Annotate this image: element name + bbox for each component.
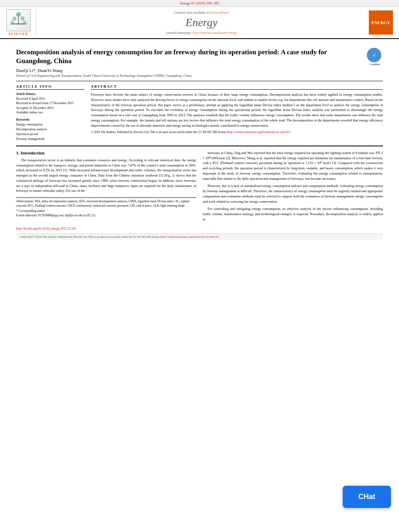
abbreviations-footnote: Abbreviations: IDA, index decomposition … (16, 199, 196, 208)
header-divider (16, 81, 383, 81)
energy-logo-box: ENERGY (369, 10, 393, 35)
copyright-text: © 2016 The Authors. Published by Elsevie… (91, 130, 383, 135)
article-title: Decomposition analysis of energy consump… (16, 48, 363, 66)
abstract-text: Freeways have become the main subject of… (91, 92, 383, 135)
elsevier-wordmark: ELSEVIER (8, 32, 28, 36)
homepage-link[interactable]: www.elsevier.com/locate/energy (192, 31, 237, 35)
journal-header: ELSEVIER Contents lists available at Sci… (0, 7, 399, 39)
footer-license-link[interactable]: http://creativecommons.org/licenses/by-n… (161, 235, 218, 238)
energy-journal-logo: ENERGY (367, 9, 395, 36)
keyword-2: Decomposition analysis (16, 127, 84, 132)
article-container: Decomposition analysis of energy consump… (0, 39, 399, 244)
received-revised: Received in revised form 27 December 201… (16, 101, 84, 105)
volume-text: Energy 97 (2016) 296–305 (180, 1, 219, 5)
footnote-section: Abbreviations: IDA, index decomposition … (16, 197, 196, 218)
footer-bar: 0360-5442/© 2016 The Authors. Published … (16, 234, 383, 240)
svg-point-4 (21, 16, 25, 21)
doi-link[interactable]: http://dx.doi.org/10.1016/j.energy.2015.… (16, 227, 383, 230)
body-left-col: 1. Introduction The transportation secto… (16, 150, 196, 224)
svg-point-5 (11, 21, 14, 24)
crossmark-logo[interactable]: ✓ CrossMark (367, 48, 383, 66)
science-direct-link[interactable]: ScienceDirect (210, 10, 229, 14)
svg-text:✓: ✓ (372, 53, 376, 58)
article-info-panel: ARTICLE INFO Article history: Received 6… (16, 84, 84, 142)
email-footnote: E-mail addresses: 917829086@qq.com, dqli… (16, 214, 196, 218)
available-online: Available online xxx (16, 110, 84, 115)
keyword-4: Freeway management (16, 137, 84, 142)
svg-point-6 (23, 21, 26, 24)
energy-logo-text: ENERGY (371, 20, 390, 25)
intro-heading: 1. Introduction (16, 150, 196, 155)
corresponding-author-footnote: * Corresponding author. (16, 209, 196, 214)
crossmark-icon: ✓ (367, 48, 381, 62)
affiliation: School of Civil Engineering and Transpor… (16, 74, 383, 78)
keyword-1: Energy consumption (16, 122, 84, 127)
article-title-section: Decomposition analysis of energy consump… (16, 48, 383, 66)
received-date: Received 6 April 2015 (16, 97, 84, 101)
authors: DuoQi Li*, DuanYi Wang (16, 68, 383, 73)
intro-text-left: The transportation sector is an industry… (16, 158, 196, 193)
info-abstract-section: ARTICLE INFO Article history: Received 6… (16, 84, 383, 142)
article-history-label: Article history: (16, 92, 84, 96)
keyword-3: Operation period (16, 132, 84, 137)
elsevier-tree-icon (6, 9, 31, 31)
volume-info: Energy 97 (2016) 296–305 (0, 0, 399, 7)
journal-homepage: journal homepage: www.elsevier.com/locat… (166, 31, 237, 35)
accepted-date: Accepted 31 December 2015 (16, 106, 84, 110)
abstract-heading: ABSTRACT (91, 84, 383, 90)
intro-text-right: freeways in China, Ting and Wei reported… (203, 150, 383, 222)
cc-license-link[interactable]: http://creativecommons.org/licenses/by-n… (228, 130, 289, 134)
article-info-heading: ARTICLE INFO (16, 84, 84, 90)
journal-center-section: Contents lists available at ScienceDirec… (39, 9, 364, 36)
body-right-col: freeways in China, Ting and Wei reported… (203, 150, 383, 224)
elsevier-logo-section: ELSEVIER (4, 9, 36, 36)
journal-title: Energy (185, 16, 218, 29)
body-section: 1. Introduction The transportation secto… (16, 150, 383, 224)
chat-button[interactable]: CHat (343, 486, 391, 508)
chat-button-label: CHat (358, 493, 375, 501)
svg-point-2 (16, 12, 21, 17)
keywords-label: Keywords: (16, 118, 84, 121)
science-direct-info: Contents lists available at ScienceDirec… (174, 10, 229, 14)
section-divider (16, 146, 383, 146)
svg-point-3 (12, 16, 16, 21)
abstract-section: ABSTRACT Freeways have become the main s… (91, 84, 383, 142)
